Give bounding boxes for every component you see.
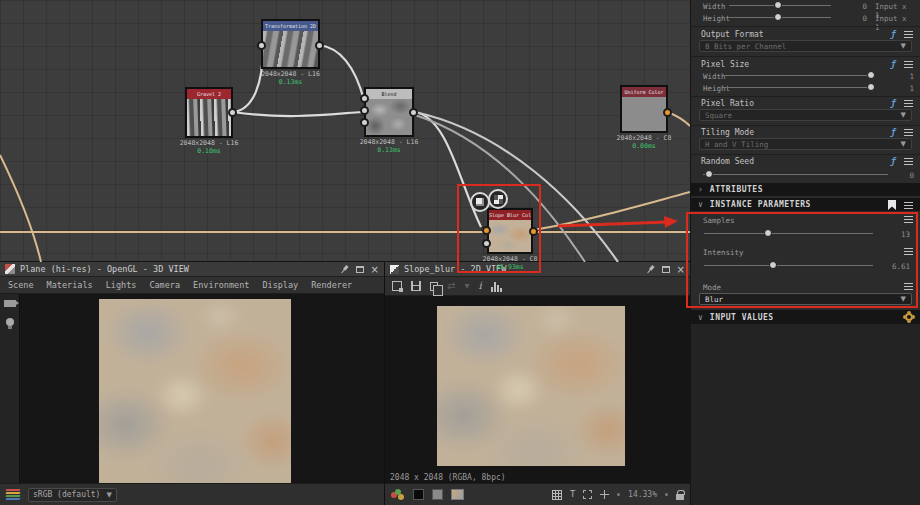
panel-divider[interactable] [384, 262, 385, 505]
samples-value[interactable]: 13 [884, 230, 910, 239]
fit-view-icon[interactable] [600, 490, 609, 499]
preset-menu-icon[interactable] [904, 31, 913, 38]
pin-icon[interactable] [338, 263, 351, 276]
menu-scene[interactable]: Scene [8, 280, 34, 290]
node-uniform-color[interactable]: Uniform Color 2048x2048 - C8 0.00ms [620, 85, 668, 133]
function-icon[interactable]: ƒ [891, 99, 896, 108]
view-2d-badge[interactable] [488, 189, 508, 209]
menu-materials[interactable]: Materials [47, 280, 93, 290]
preset-menu-icon[interactable] [904, 202, 913, 209]
node-title: Transformation 2D [263, 21, 318, 31]
separator-dot [665, 493, 668, 496]
pixel-width-slider[interactable] [725, 71, 875, 80]
view-3d-viewport[interactable] [0, 294, 384, 483]
node-gravel-2[interactable]: Gravel 2 2048x2048 - L16 0.10ms [185, 87, 233, 138]
chevron-down-icon: ▼ [901, 140, 906, 148]
save-icon[interactable] [411, 281, 421, 291]
histogram-icon[interactable] [491, 281, 502, 292]
preset-menu-icon[interactable] [904, 216, 913, 223]
node-transformation-2d[interactable]: Transformation 2D 2048x2048 - L16 0.13ms [261, 19, 320, 69]
output-connector[interactable] [409, 108, 418, 117]
function-icon[interactable]: ƒ [891, 128, 896, 137]
preset-menu-icon[interactable] [904, 158, 913, 165]
view-3d-badge[interactable] [470, 192, 490, 212]
camera-icon[interactable] [4, 300, 16, 307]
menu-renderer[interactable]: Renderer [311, 280, 352, 290]
output-connector[interactable] [663, 108, 672, 117]
preset-menu-icon[interactable] [904, 248, 913, 255]
pixel-height-slider[interactable] [725, 83, 875, 92]
grid-toggle-icon[interactable] [552, 490, 562, 500]
link-icon: ⇄ [447, 280, 455, 292]
samples-slider[interactable] [704, 229, 873, 238]
pixel-ratio-select[interactable]: Square ▼ [699, 109, 912, 121]
height-slider[interactable] [729, 13, 831, 22]
output-connector[interactable] [315, 41, 324, 50]
zoom-level[interactable]: 14.33% [628, 490, 657, 499]
pixel-width-value[interactable]: 1 [896, 72, 914, 81]
intensity-slider[interactable] [704, 261, 873, 270]
info-icon[interactable]: i [478, 280, 481, 292]
pixel-height-value[interactable]: 1 [896, 84, 914, 93]
attributes-section-header[interactable]: › ATTRIBUTES [691, 183, 920, 196]
copy-icon[interactable] [430, 282, 438, 291]
menu-environment[interactable]: Environment [193, 280, 249, 290]
width-value[interactable]: 0 [849, 2, 867, 11]
light-icon[interactable] [6, 318, 14, 326]
width-slider[interactable] [729, 1, 831, 10]
input-connector[interactable] [482, 226, 491, 235]
preset-menu-icon[interactable] [904, 283, 913, 290]
marquee-icon[interactable] [583, 490, 592, 499]
bookmark-icon[interactable] [888, 200, 896, 210]
transform-tool-icon[interactable] [392, 281, 402, 291]
node-graph-canvas[interactable]: Transformation 2D 2048x2048 - L16 0.13ms… [0, 0, 690, 262]
tiling-mode-label: Tiling Mode [701, 128, 754, 137]
tiling-mode-select[interactable]: H and V Tiling ▼ [699, 138, 912, 150]
pin-icon[interactable] [644, 263, 657, 276]
background-black-swatch[interactable] [413, 489, 424, 500]
chevron-down-icon: ▼ [901, 111, 906, 119]
preset-menu-icon[interactable] [904, 100, 913, 107]
view-3d-title: Plane (hi-res) - OpenGL - 3D VIEW [20, 264, 335, 274]
preset-menu-icon[interactable] [904, 129, 913, 136]
background-image-swatch[interactable] [451, 489, 464, 500]
menu-lights[interactable]: Lights [106, 280, 137, 290]
float-window-icon[interactable] [662, 266, 670, 273]
lock-icon[interactable] [676, 494, 684, 500]
node-slope-blur[interactable]: Slope Blur Color 2048x2048 - C8 45.93ms [487, 208, 533, 254]
channels-icon[interactable] [391, 489, 405, 501]
view-2d-viewport[interactable]: 2048 x 2048 (RGBA, 8bpc) [385, 296, 690, 483]
menu-camera[interactable]: Camera [149, 280, 180, 290]
float-window-icon[interactable] [356, 266, 364, 273]
instance-parameters-section-header[interactable]: ∨ INSTANCE PARAMETERS [691, 198, 920, 211]
color-layers-icon[interactable] [6, 489, 20, 501]
input-connector[interactable] [360, 106, 369, 115]
height-value[interactable]: 0 [849, 14, 867, 23]
random-seed-value[interactable]: 0 [896, 171, 914, 180]
input-connector[interactable] [360, 94, 369, 103]
preset-menu-icon[interactable] [904, 61, 913, 68]
background-gray-swatch[interactable] [432, 489, 443, 500]
intensity-value[interactable]: 6.61 [884, 262, 910, 271]
random-seed-slider[interactable] [703, 170, 888, 179]
function-icon[interactable]: ƒ [891, 60, 896, 69]
close-icon[interactable]: × [677, 265, 685, 274]
menu-display[interactable]: Display [262, 280, 298, 290]
mode-value: Blur [705, 295, 723, 304]
close-icon[interactable]: × [371, 265, 379, 274]
input-connector[interactable] [482, 239, 491, 248]
output-format-select[interactable]: 8 Bits per Channel ▼ [699, 40, 912, 52]
node-resolution: 2048x2048 - L16 [233, 70, 348, 78]
input-connector[interactable] [360, 118, 369, 127]
function-icon[interactable]: ƒ [891, 157, 896, 166]
mode-select[interactable]: Blur ▼ [699, 293, 912, 305]
input-values-section-header[interactable]: ∨ INPUT VALUES [691, 310, 920, 324]
tiling-icon[interactable]: T [570, 489, 575, 501]
function-icon[interactable]: ƒ [891, 30, 896, 39]
output-connector[interactable] [228, 108, 237, 117]
colorspace-select[interactable]: sRGB (default) ▼ [28, 488, 117, 502]
input-connector[interactable] [257, 41, 266, 50]
node-blend[interactable]: Blend 2048x2048 - L16 0.13ms [364, 87, 414, 137]
output-connector[interactable] [529, 227, 538, 236]
gear-icon[interactable] [905, 313, 913, 321]
